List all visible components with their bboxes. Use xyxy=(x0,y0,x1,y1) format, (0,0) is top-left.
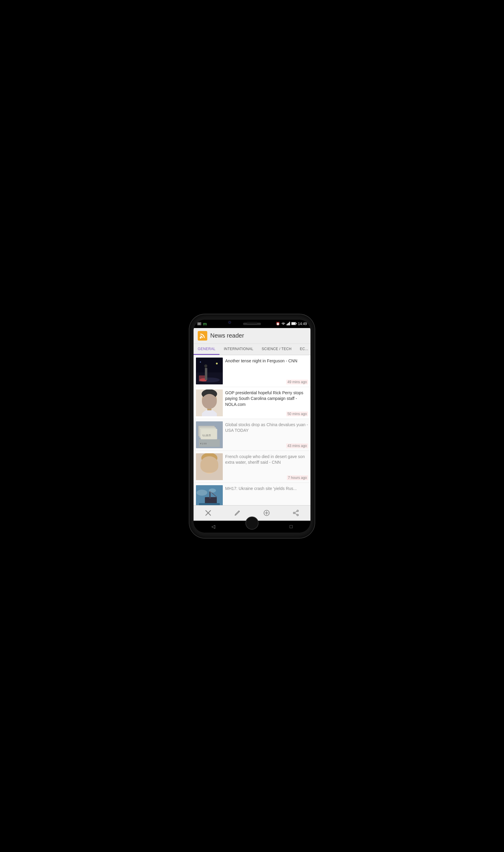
svg-text:¥人民币: ¥人民币 xyxy=(202,434,211,437)
svg-point-12 xyxy=(199,378,220,382)
svg-rect-5 xyxy=(289,322,290,325)
svg-point-36 xyxy=(211,464,213,466)
svg-point-20 xyxy=(202,389,217,399)
status-left-icons: m xyxy=(197,322,207,326)
svg-point-52 xyxy=(297,510,299,512)
svg-point-33 xyxy=(202,457,217,474)
news-body-4: French couple who died in desert gave so… xyxy=(225,453,308,480)
svg-rect-44 xyxy=(199,503,220,505)
close-button[interactable] xyxy=(203,508,214,518)
tab-economy[interactable]: EC... xyxy=(295,344,310,355)
edit-button[interactable] xyxy=(232,508,243,518)
svg-rect-8 xyxy=(292,323,295,324)
svg-point-46 xyxy=(209,488,216,493)
wifi-icon xyxy=(281,322,285,326)
svg-point-38 xyxy=(212,464,213,465)
svg-line-55 xyxy=(295,511,297,513)
rss-icon xyxy=(198,331,207,341)
svg-line-56 xyxy=(295,513,297,515)
news-time-4: 7 hours ago xyxy=(287,475,308,480)
news-body-5: MH17: Ukraine crash site 'yields Rus... xyxy=(225,485,308,505)
news-body-3: Global stocks drop as China devalues yua… xyxy=(225,421,308,448)
svg-rect-1 xyxy=(198,323,200,325)
share-button[interactable] xyxy=(290,508,301,518)
tab-science-tech[interactable]: SCIENCE / TECH xyxy=(257,344,295,355)
news-thumb-4 xyxy=(196,453,223,480)
svg-point-16 xyxy=(216,363,218,364)
phone-device: m ⏰ 14:49 xyxy=(190,314,314,538)
news-body-2: GOP presidential hopeful Rick Perry stop… xyxy=(225,389,308,416)
category-tabs: GENERAL INTERNATIONAL SCIENCE / TECH EC.… xyxy=(194,344,310,355)
svg-rect-13 xyxy=(205,366,207,376)
svg-point-14 xyxy=(204,364,207,367)
news-item-1[interactable]: Another tense night in Ferguson - CNN 49… xyxy=(194,355,310,387)
bottom-toolbar xyxy=(194,505,310,521)
news-title-5: MH17: Ukraine crash site 'yields Rus... xyxy=(225,486,308,492)
phone-screen: m ⏰ 14:49 xyxy=(194,320,310,532)
news-thumb-3: ¥人民币 ¥ 1 0 0 xyxy=(196,421,223,448)
app-header: News reader xyxy=(194,328,310,344)
news-thumb-2 xyxy=(196,389,223,416)
news-time-1: 49 mins ago xyxy=(286,380,308,384)
svg-point-53 xyxy=(297,514,299,516)
svg-rect-32 xyxy=(196,453,223,480)
svg-point-9 xyxy=(200,337,202,339)
svg-rect-7 xyxy=(296,323,296,324)
svg-point-45 xyxy=(197,490,207,496)
front-speaker xyxy=(247,322,257,324)
svg-text:¥ 1 0 0: ¥ 1 0 0 xyxy=(200,442,207,445)
svg-rect-3 xyxy=(287,323,288,325)
svg-point-34 xyxy=(201,453,217,464)
svg-rect-22 xyxy=(210,400,214,403)
android-nav-bar: ◁ ○ □ xyxy=(194,521,310,532)
home-button[interactable]: ○ xyxy=(248,522,256,532)
news-thumb-5 xyxy=(196,485,223,505)
add-button[interactable] xyxy=(261,508,272,518)
news-title-3: Global stocks drop as China devalues yua… xyxy=(225,422,308,434)
news-time-2: 50 mins ago xyxy=(286,412,308,416)
svg-rect-21 xyxy=(204,400,209,403)
tab-international[interactable]: INTERNATIONAL xyxy=(219,344,257,355)
news-item-4[interactable]: French couple who died in desert gave so… xyxy=(194,451,310,483)
signal-icon xyxy=(287,322,290,326)
m-app-icon: m xyxy=(203,322,207,326)
news-title-2: GOP presidential hopeful Rick Perry stop… xyxy=(225,390,308,407)
status-right-icons: ⏰ 14:49 xyxy=(276,322,307,326)
svg-rect-4 xyxy=(288,323,289,325)
news-title-4: French couple who died in desert gave so… xyxy=(225,454,308,466)
alarm-icon: ⏰ xyxy=(276,322,280,326)
news-time-3: 43 mins ago xyxy=(286,443,308,448)
battery-icon xyxy=(291,322,297,326)
front-camera xyxy=(228,321,231,324)
news-item-5[interactable]: MH17: Ukraine crash site 'yields Rus... xyxy=(194,483,310,505)
svg-rect-2 xyxy=(287,324,287,325)
news-title-1: Another tense night in Ferguson - CNN xyxy=(225,358,308,364)
svg-point-37 xyxy=(206,464,208,465)
svg-point-15 xyxy=(200,378,207,381)
app-title: News reader xyxy=(210,332,244,339)
status-bar: m ⏰ 14:49 xyxy=(194,320,310,328)
svg-point-17 xyxy=(200,361,201,363)
screen-content: News reader GENERAL INTERNATIONAL SCIENC… xyxy=(194,328,310,521)
news-body-1: Another tense night in Ferguson - CNN 49… xyxy=(225,358,308,384)
svg-point-39 xyxy=(208,467,211,469)
svg-rect-24 xyxy=(207,407,212,410)
status-time: 14:49 xyxy=(298,322,307,326)
news-list: Another tense night in Ferguson - CNN 49… xyxy=(194,355,310,505)
tab-general[interactable]: GENERAL xyxy=(194,344,219,355)
svg-point-35 xyxy=(205,464,208,466)
news-item-3[interactable]: ¥人民币 ¥ 1 0 0 Global stocks drop as China… xyxy=(194,419,310,451)
notification-icon xyxy=(197,322,201,325)
news-thumb-1 xyxy=(196,358,223,384)
back-button[interactable]: ◁ xyxy=(209,521,217,532)
news-item-2[interactable]: GOP presidential hopeful Rick Perry stop… xyxy=(194,387,310,419)
recents-button[interactable]: □ xyxy=(287,522,295,532)
